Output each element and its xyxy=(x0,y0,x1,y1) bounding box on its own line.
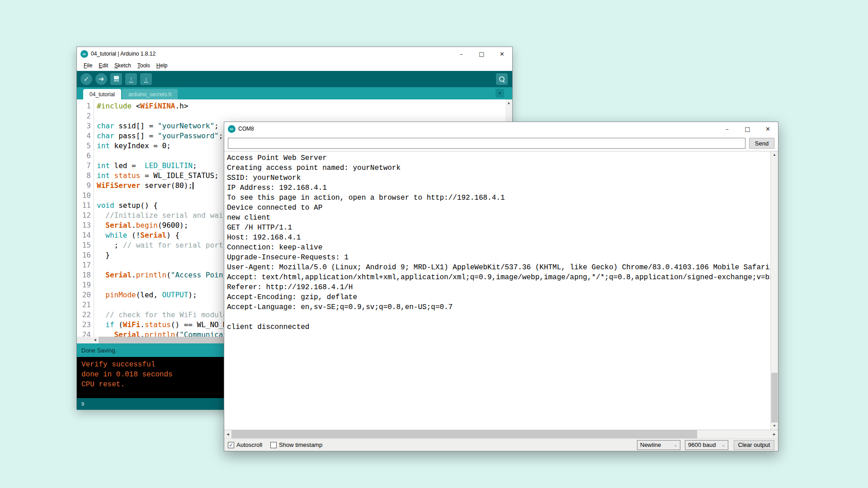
send-button[interactable]: Send xyxy=(749,138,774,149)
scroll-up-icon[interactable]: ▲ xyxy=(771,151,778,159)
serial-titlebar[interactable]: ∞ COM8 – □ ✕ xyxy=(224,122,778,136)
line-ending-value: Newline xyxy=(640,441,661,448)
tab-arduino_secrets-h[interactable]: arduino_secrets.h xyxy=(122,89,178,99)
chevron-down-icon: ⌄ xyxy=(674,443,677,447)
arduino-logo-icon: ∞ xyxy=(228,125,236,133)
line-number: 10 xyxy=(77,191,91,201)
save-icon: ↓ xyxy=(144,75,148,83)
serial-vertical-scrollbar[interactable]: ▲ ▼ xyxy=(770,151,778,430)
menu-edit[interactable]: Edit xyxy=(95,61,111,70)
line-number: 20 xyxy=(77,290,91,300)
scroll-up-icon[interactable]: ▲ xyxy=(505,99,512,106)
serial-line xyxy=(227,312,769,322)
line-number: 22 xyxy=(77,310,91,320)
open-icon: ↑ xyxy=(129,75,133,83)
line-number: 17 xyxy=(77,260,91,270)
serial-horizontal-scrollbar[interactable]: ◄ ► xyxy=(224,430,778,438)
serial-monitor-button[interactable] xyxy=(496,73,508,85)
code-line[interactable]: #include <WiFiNINA.h> xyxy=(97,101,512,111)
line-number: 4 xyxy=(77,131,91,141)
tab-dropdown-button[interactable]: ▼ xyxy=(495,89,504,98)
scrollbar-corner xyxy=(77,337,91,343)
text-cursor xyxy=(193,182,193,189)
verify-button[interactable]: ✓ xyxy=(80,73,92,85)
line-number: 18 xyxy=(77,270,91,280)
ide-menubar: FileEditSketchToolsHelp xyxy=(77,61,512,71)
serial-line: Accept: text/html,application/xhtml+xml,… xyxy=(227,272,769,282)
line-number-gutter: 123456789101112131415161718192021222324 xyxy=(77,99,94,337)
upload-button[interactable]: ➜ xyxy=(95,73,107,85)
serial-line: Creating access point named: yourNetwork xyxy=(227,163,769,173)
serial-bottom-bar: ✓ Autoscroll Show timestamp Newline ⌄ 96… xyxy=(224,438,778,451)
ide-minimize-button[interactable]: – xyxy=(451,47,472,61)
baud-rate-value: 9600 baud xyxy=(688,441,716,448)
serial-vscroll-track[interactable] xyxy=(771,159,778,422)
line-number: 8 xyxy=(77,171,91,181)
baud-rate-dropdown[interactable]: 9600 baud ⌄ xyxy=(685,440,728,450)
serial-line: new client xyxy=(227,213,769,223)
new-sketch-button[interactable] xyxy=(110,73,122,85)
serial-line: IP Address: 192.168.4.1 xyxy=(227,183,769,193)
scroll-right-icon[interactable]: ► xyxy=(771,431,778,438)
line-number: 13 xyxy=(77,221,91,230)
ide-tabstrip: 04_tutorialarduino_secrets.h▼ xyxy=(77,87,512,99)
serial-vscroll-thumb[interactable] xyxy=(771,373,778,422)
serial-line: Upgrade-Insecure-Requests: 1 xyxy=(227,253,769,263)
serial-maximize-button[interactable]: □ xyxy=(737,122,758,136)
serial-window-title: COM8 xyxy=(238,126,254,132)
show-timestamp-checkbox[interactable] xyxy=(270,442,277,448)
serial-output-area[interactable]: Access Point Web ServerCreating access p… xyxy=(224,151,778,430)
clear-output-button[interactable]: Clear output xyxy=(734,440,774,450)
line-number: 21 xyxy=(77,300,91,310)
line-number: 12 xyxy=(77,211,91,221)
serial-line: Accept-Encoding: gzip, deflate xyxy=(227,292,769,302)
menu-help[interactable]: Help xyxy=(153,61,171,70)
code-line[interactable] xyxy=(97,111,512,121)
ide-titlebar[interactable]: ∞ 04_tutorial | Arduino 1.8.12 – □ ✕ xyxy=(77,47,512,61)
menu-sketch[interactable]: Sketch xyxy=(111,61,134,70)
serial-line: client disconnected xyxy=(227,322,769,332)
scroll-down-icon[interactable]: ▼ xyxy=(771,422,778,430)
serial-send-row: Send xyxy=(224,136,778,151)
arduino-logo-icon: ∞ xyxy=(80,50,88,58)
autoscroll-checkbox[interactable]: ✓ xyxy=(228,442,234,448)
line-number: 5 xyxy=(77,141,91,151)
ide-window-title: 04_tutorial | Arduino 1.8.12 xyxy=(91,51,156,57)
line-number: 3 xyxy=(77,121,91,131)
serial-minimize-button[interactable]: – xyxy=(717,122,737,136)
serial-line: Connection: keep-alive xyxy=(227,243,769,253)
line-number: 11 xyxy=(77,201,91,211)
tab-04_tutorial[interactable]: 04_tutorial xyxy=(83,89,121,99)
open-sketch-button[interactable]: ↑ xyxy=(125,73,137,85)
line-number: 7 xyxy=(77,161,91,171)
line-number: 14 xyxy=(77,230,91,240)
cursor-line-indicator: 9 xyxy=(81,401,84,407)
serial-hscroll-thumb[interactable] xyxy=(231,430,697,438)
status-message: Done Saving. xyxy=(81,347,117,354)
line-number: 19 xyxy=(77,280,91,290)
serial-send-input[interactable] xyxy=(228,138,745,149)
menu-tools[interactable]: Tools xyxy=(134,61,153,70)
ide-maximize-button[interactable]: □ xyxy=(472,47,492,61)
line-ending-dropdown[interactable]: Newline ⌄ xyxy=(637,440,680,450)
serial-monitor-window: ∞ COM8 – □ ✕ Send Access Point Web Serve… xyxy=(224,122,778,451)
line-number: 23 xyxy=(77,320,91,330)
serial-line: User-Agent: Mozilla/5.0 (Linux; Android … xyxy=(227,263,769,272)
menu-file[interactable]: File xyxy=(80,61,95,70)
scroll-left-icon[interactable]: ◄ xyxy=(224,431,231,438)
serial-line: Access Point Web Server xyxy=(227,153,769,163)
line-number: 9 xyxy=(77,181,91,191)
show-timestamp-label: Show timestamp xyxy=(279,441,322,448)
line-number: 2 xyxy=(77,111,91,121)
serial-close-button[interactable]: ✕ xyxy=(758,122,778,136)
ide-close-button[interactable]: ✕ xyxy=(492,47,512,61)
line-number: 15 xyxy=(77,240,91,250)
chevron-down-icon: ⌄ xyxy=(722,443,725,447)
serial-output-text[interactable]: Access Point Web ServerCreating access p… xyxy=(224,151,770,430)
line-number: 16 xyxy=(77,250,91,260)
serial-line: To see this page in action, open a brows… xyxy=(227,193,769,203)
autoscroll-label: Autoscroll xyxy=(236,441,262,448)
scroll-left-icon[interactable]: ◄ xyxy=(91,337,99,343)
save-sketch-button[interactable]: ↓ xyxy=(140,73,152,85)
ide-toolbar: ✓ ➜ ↑ ↓ xyxy=(77,71,512,87)
